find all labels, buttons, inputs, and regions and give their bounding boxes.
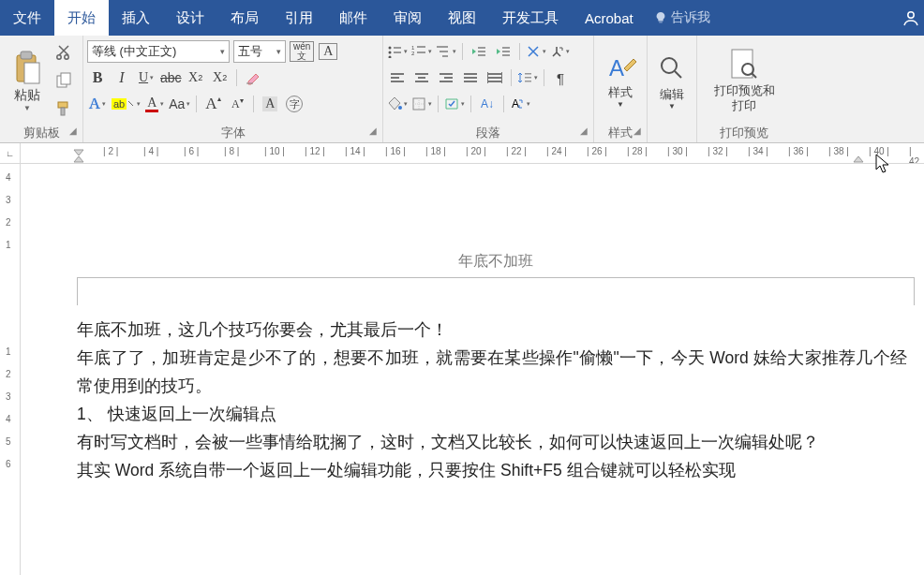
- tab-acrobat[interactable]: Acrobat: [572, 0, 647, 36]
- paste-button[interactable]: [11, 50, 43, 87]
- align-justify-button[interactable]: [460, 66, 481, 89]
- numbering-button[interactable]: 12▾: [411, 40, 432, 63]
- ruler-tick: | 42 |: [909, 146, 924, 163]
- paragraph-launcher[interactable]: ◢: [580, 125, 588, 136]
- align-left-button[interactable]: [387, 66, 408, 89]
- tell-me-search[interactable]: 告诉我: [654, 0, 710, 36]
- svg-point-0: [908, 12, 914, 18]
- cut-button[interactable]: [52, 41, 75, 64]
- paragraph[interactable]: 有时写文档时，会被一些事情给耽搁了，这时，文档又比较长，如何可以快速返回上一次编…: [77, 428, 907, 456]
- vertical-ruler[interactable]: 4321123456: [0, 164, 21, 575]
- ruler-tick: | 14 |: [345, 146, 365, 156]
- clipboard-launcher[interactable]: ◢: [69, 125, 77, 136]
- svg-rect-7: [61, 73, 70, 84]
- tab-insert[interactable]: 插入: [109, 0, 163, 36]
- svg-rect-26: [502, 51, 510, 52]
- svg-rect-44: [501, 72, 502, 83]
- font-color-button[interactable]: A▾: [144, 93, 165, 115]
- page-header[interactable]: 年底不加班: [67, 164, 924, 277]
- tab-review[interactable]: 审阅: [380, 0, 435, 36]
- strikethrough-button[interactable]: abc: [160, 66, 182, 89]
- paragraph[interactable]: 1、 快速返回上一次编辑点: [77, 400, 907, 428]
- svg-rect-11: [394, 47, 401, 49]
- bullets-button[interactable]: ▾: [387, 40, 408, 63]
- tab-design[interactable]: 设计: [163, 0, 217, 36]
- svg-rect-8: [58, 102, 67, 108]
- styles-launcher[interactable]: ◢: [633, 125, 641, 136]
- multilevel-list-button[interactable]: ▾: [436, 40, 456, 63]
- char-scale-button[interactable]: A▾: [510, 93, 530, 115]
- tab-devtools[interactable]: 开发工具: [489, 0, 572, 36]
- asian-layout-button[interactable]: ▾: [526, 40, 546, 63]
- subscript-button[interactable]: X2: [186, 66, 206, 89]
- tab-selector[interactable]: ∟: [0, 143, 21, 164]
- right-indent-marker[interactable]: [853, 155, 864, 163]
- ruler-tick: | 34 |: [748, 146, 768, 156]
- editing-button[interactable]: 编辑▼: [651, 38, 693, 125]
- underline-button[interactable]: U▾: [136, 66, 156, 89]
- sort-button[interactable]: A↓: [477, 93, 498, 115]
- borders-button[interactable]: ▾: [411, 93, 432, 115]
- copy-button[interactable]: [52, 69, 75, 92]
- increase-indent-button[interactable]: [493, 40, 514, 63]
- tab-references[interactable]: 引用: [272, 0, 326, 36]
- format-painter-button[interactable]: [52, 97, 75, 120]
- superscript-button[interactable]: X2: [210, 66, 231, 89]
- line-spacing-button[interactable]: ▾: [517, 66, 538, 89]
- group-clipboard-label: 剪贴板: [23, 125, 60, 140]
- align-right-button[interactable]: [436, 66, 456, 89]
- tab-mail[interactable]: 邮件: [326, 0, 380, 36]
- svg-rect-32: [418, 77, 425, 79]
- svg-rect-40: [488, 73, 501, 75]
- decrease-indent-button[interactable]: [469, 40, 489, 63]
- snap-to-grid-button[interactable]: ▾: [444, 93, 465, 115]
- clear-formatting-button[interactable]: [243, 66, 263, 89]
- ruler-tick: | 6 |: [184, 146, 199, 156]
- character-border-button[interactable]: A: [318, 40, 338, 63]
- align-center-button[interactable]: [411, 66, 432, 89]
- shading-button[interactable]: ▾: [387, 93, 408, 115]
- paragraph[interactable]: 其实 Word 系统自带一个返回上一处编辑功能，只要按住 Shift+F5 组合…: [77, 456, 907, 484]
- page: 年底不加班 年底不加班，这几个技巧你要会，尤其最后一个！ 年底了了，加班肯定是少…: [67, 164, 924, 485]
- shrink-font-button[interactable]: A▾: [227, 93, 247, 115]
- paste-dropdown[interactable]: ▼: [23, 104, 31, 112]
- styles-button[interactable]: A 样式▼: [598, 38, 643, 123]
- horizontal-ruler[interactable]: ∟ | 2 || 4 || 6 || 8 || 10 || 12 || 14 |…: [0, 143, 924, 164]
- print-preview-button[interactable]: 打印预览和 打印: [701, 38, 787, 123]
- tab-layout[interactable]: 布局: [217, 0, 272, 36]
- svg-point-52: [662, 58, 677, 73]
- group-print-preview: 打印预览和 打印 打印预览: [697, 36, 791, 142]
- svg-rect-3: [24, 63, 39, 83]
- paragraph[interactable]: 年底了了，加班肯定是少不了的，想要不加班，就需要在某些操作"偷懒"一下，今天 W…: [77, 344, 907, 400]
- document-body[interactable]: 年底不加班，这几个技巧你要会，尤其最后一个！ 年底了了，加班肯定是少不了的，想要…: [67, 316, 924, 485]
- ruler-tick: 2: [6, 217, 11, 228]
- svg-point-14: [389, 56, 392, 59]
- show-marks-button[interactable]: ▾: [550, 40, 571, 63]
- tab-file[interactable]: 文件: [0, 0, 54, 36]
- user-account-icon[interactable]: [898, 0, 924, 36]
- document-scroll[interactable]: 年底不加班 年底不加班，这几个技巧你要会，尤其最后一个！ 年底了了，加班肯定是少…: [21, 164, 924, 575]
- italic-button[interactable]: I: [112, 66, 132, 89]
- char-shading-button[interactable]: A: [260, 93, 280, 115]
- svg-rect-9: [61, 108, 65, 115]
- font-name-combo[interactable]: 等线 (中文正文)▾: [87, 40, 230, 63]
- font-size-combo[interactable]: 五号▾: [233, 40, 286, 63]
- highlight-button[interactable]: ab▾: [112, 93, 141, 115]
- change-case-button[interactable]: Aa▾: [169, 93, 190, 115]
- tab-view[interactable]: 视图: [435, 0, 489, 36]
- ruler-tick: | 26 |: [587, 146, 607, 156]
- paragraph[interactable]: 年底不加班，这几个技巧你要会，尤其最后一个！: [77, 316, 907, 344]
- tab-home[interactable]: 开始: [54, 0, 109, 36]
- enclose-char-button[interactable]: 字: [284, 93, 305, 115]
- svg-rect-38: [464, 77, 477, 79]
- hanging-indent-marker[interactable]: [73, 155, 84, 163]
- align-distributed-button[interactable]: [484, 66, 505, 89]
- show-paragraph-marks-button[interactable]: ¶: [550, 66, 571, 89]
- grow-font-button[interactable]: A▴: [202, 93, 223, 115]
- phonetic-guide-button[interactable]: wén文: [290, 40, 314, 63]
- svg-rect-33: [415, 81, 428, 82]
- font-launcher[interactable]: ◢: [369, 125, 377, 136]
- text-effects-button[interactable]: A▾: [87, 93, 108, 115]
- print-preview-icon: [728, 48, 760, 83]
- bold-button[interactable]: B: [87, 66, 108, 89]
